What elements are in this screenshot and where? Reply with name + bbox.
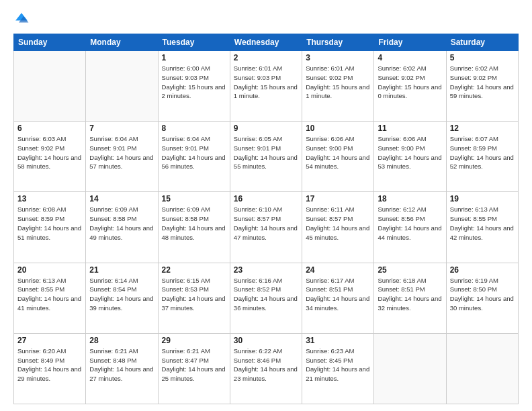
day-info: Sunrise: 6:03 AMSunset: 9:02 PMDaylight:… (17, 134, 82, 171)
calendar-day-cell: 1Sunrise: 6:00 AMSunset: 9:03 PMDaylight… (158, 51, 230, 122)
calendar-day-cell (374, 333, 446, 404)
calendar-day-cell (14, 51, 86, 122)
day-info: Sunrise: 6:15 AMSunset: 8:53 PMDaylight:… (162, 276, 226, 313)
day-number: 13 (17, 194, 82, 203)
day-number: 3 (306, 53, 370, 62)
day-info: Sunrise: 6:01 AMSunset: 9:02 PMDaylight:… (306, 64, 370, 101)
weekday-header: Monday (86, 34, 158, 51)
calendar-day-cell: 10Sunrise: 6:06 AMSunset: 9:00 PMDayligh… (302, 122, 374, 192)
day-info: Sunrise: 6:01 AMSunset: 9:03 PMDaylight:… (234, 64, 298, 101)
day-info: Sunrise: 6:12 AMSunset: 8:56 PMDaylight:… (378, 205, 442, 242)
day-info: Sunrise: 6:18 AMSunset: 8:51 PMDaylight:… (378, 276, 442, 313)
calendar-week-row: 1Sunrise: 6:00 AMSunset: 9:03 PMDaylight… (14, 51, 519, 122)
calendar-week-row: 20Sunrise: 6:13 AMSunset: 8:55 PMDayligh… (14, 263, 519, 333)
logo-icon (13, 11, 30, 27)
calendar-day-cell: 15Sunrise: 6:09 AMSunset: 8:58 PMDayligh… (158, 192, 230, 263)
day-number: 11 (378, 124, 442, 133)
calendar-day-cell: 7Sunrise: 6:04 AMSunset: 9:01 PMDaylight… (86, 122, 158, 192)
day-number: 2 (234, 53, 298, 62)
day-info: Sunrise: 6:09 AMSunset: 8:58 PMDaylight:… (162, 205, 226, 242)
day-number: 20 (17, 265, 82, 275)
day-info: Sunrise: 6:23 AMSunset: 8:45 PMDaylight:… (306, 347, 370, 383)
calendar-week-row: 6Sunrise: 6:03 AMSunset: 9:02 PMDaylight… (14, 122, 519, 192)
calendar-day-cell: 8Sunrise: 6:04 AMSunset: 9:01 PMDaylight… (158, 122, 230, 192)
calendar-day-cell (446, 333, 518, 404)
logo (13, 11, 32, 27)
weekday-header: Friday (374, 34, 446, 51)
day-number: 9 (234, 124, 298, 133)
calendar-week-row: 13Sunrise: 6:08 AMSunset: 8:59 PMDayligh… (14, 192, 519, 263)
weekday-header: Thursday (302, 34, 374, 51)
calendar-day-cell: 18Sunrise: 6:12 AMSunset: 8:56 PMDayligh… (374, 192, 446, 263)
calendar-day-cell: 31Sunrise: 6:23 AMSunset: 8:45 PMDayligh… (302, 333, 374, 404)
day-info: Sunrise: 6:16 AMSunset: 8:52 PMDaylight:… (234, 276, 298, 313)
calendar-day-cell: 30Sunrise: 6:22 AMSunset: 8:46 PMDayligh… (230, 333, 302, 404)
day-number: 12 (450, 124, 515, 133)
day-info: Sunrise: 6:08 AMSunset: 8:59 PMDaylight:… (17, 205, 82, 242)
weekday-header: Sunday (14, 34, 86, 51)
day-number: 22 (162, 265, 226, 275)
day-info: Sunrise: 6:09 AMSunset: 8:58 PMDaylight:… (89, 205, 154, 242)
day-info: Sunrise: 6:20 AMSunset: 8:49 PMDaylight:… (17, 347, 82, 383)
day-number: 1 (162, 53, 226, 62)
weekday-header: Saturday (446, 34, 518, 51)
calendar-day-cell: 14Sunrise: 6:09 AMSunset: 8:58 PMDayligh… (86, 192, 158, 263)
calendar-day-cell: 6Sunrise: 6:03 AMSunset: 9:02 PMDaylight… (14, 122, 86, 192)
day-info: Sunrise: 6:11 AMSunset: 8:57 PMDaylight:… (306, 205, 370, 242)
day-info: Sunrise: 6:13 AMSunset: 8:55 PMDaylight:… (17, 276, 82, 313)
day-number: 25 (378, 265, 442, 275)
calendar-day-cell (86, 51, 158, 122)
calendar-day-cell: 19Sunrise: 6:13 AMSunset: 8:55 PMDayligh… (446, 192, 518, 263)
day-number: 29 (162, 336, 226, 345)
day-number: 31 (306, 336, 370, 345)
day-info: Sunrise: 6:13 AMSunset: 8:55 PMDaylight:… (450, 205, 515, 242)
calendar-day-cell: 4Sunrise: 6:02 AMSunset: 9:02 PMDaylight… (374, 51, 446, 122)
calendar-day-cell: 2Sunrise: 6:01 AMSunset: 9:03 PMDaylight… (230, 51, 302, 122)
calendar-day-cell: 3Sunrise: 6:01 AMSunset: 9:02 PMDaylight… (302, 51, 374, 122)
day-info: Sunrise: 6:14 AMSunset: 8:54 PMDaylight:… (89, 276, 154, 313)
day-info: Sunrise: 6:21 AMSunset: 8:47 PMDaylight:… (162, 347, 226, 383)
day-number: 10 (306, 124, 370, 133)
day-number: 24 (306, 265, 370, 275)
calendar-day-cell: 17Sunrise: 6:11 AMSunset: 8:57 PMDayligh… (302, 192, 374, 263)
day-number: 26 (450, 265, 515, 275)
day-info: Sunrise: 6:19 AMSunset: 8:50 PMDaylight:… (450, 276, 515, 313)
header (13, 11, 519, 27)
day-info: Sunrise: 6:17 AMSunset: 8:51 PMDaylight:… (306, 276, 370, 313)
day-info: Sunrise: 6:02 AMSunset: 9:02 PMDaylight:… (378, 64, 442, 101)
calendar-day-cell: 9Sunrise: 6:05 AMSunset: 9:01 PMDaylight… (230, 122, 302, 192)
weekday-header: Wednesday (230, 34, 302, 51)
day-info: Sunrise: 6:04 AMSunset: 9:01 PMDaylight:… (162, 134, 226, 171)
day-info: Sunrise: 6:04 AMSunset: 9:01 PMDaylight:… (89, 134, 154, 171)
day-number: 4 (378, 53, 442, 62)
day-number: 5 (450, 53, 515, 62)
calendar-day-cell: 16Sunrise: 6:10 AMSunset: 8:57 PMDayligh… (230, 192, 302, 263)
day-info: Sunrise: 6:05 AMSunset: 9:01 PMDaylight:… (234, 134, 298, 171)
day-number: 6 (17, 124, 82, 133)
day-info: Sunrise: 6:10 AMSunset: 8:57 PMDaylight:… (234, 205, 298, 242)
calendar-day-cell: 21Sunrise: 6:14 AMSunset: 8:54 PMDayligh… (86, 263, 158, 333)
calendar-day-cell: 23Sunrise: 6:16 AMSunset: 8:52 PMDayligh… (230, 263, 302, 333)
calendar-day-cell: 26Sunrise: 6:19 AMSunset: 8:50 PMDayligh… (446, 263, 518, 333)
day-number: 15 (162, 194, 226, 203)
day-info: Sunrise: 6:06 AMSunset: 9:00 PMDaylight:… (306, 134, 370, 171)
day-number: 23 (234, 265, 298, 275)
page: SundayMondayTuesdayWednesdayThursdayFrid… (0, 0, 532, 411)
calendar-day-cell: 28Sunrise: 6:21 AMSunset: 8:48 PMDayligh… (86, 333, 158, 404)
calendar-week-row: 27Sunrise: 6:20 AMSunset: 8:49 PMDayligh… (14, 333, 519, 404)
calendar-day-cell: 27Sunrise: 6:20 AMSunset: 8:49 PMDayligh… (14, 333, 86, 404)
calendar-day-cell: 29Sunrise: 6:21 AMSunset: 8:47 PMDayligh… (158, 333, 230, 404)
calendar-day-cell: 13Sunrise: 6:08 AMSunset: 8:59 PMDayligh… (14, 192, 86, 263)
day-number: 18 (378, 194, 442, 203)
calendar-day-cell: 12Sunrise: 6:07 AMSunset: 8:59 PMDayligh… (446, 122, 518, 192)
day-info: Sunrise: 6:00 AMSunset: 9:03 PMDaylight:… (162, 64, 226, 101)
day-info: Sunrise: 6:02 AMSunset: 9:02 PMDaylight:… (450, 64, 515, 101)
day-number: 8 (162, 124, 226, 133)
day-number: 7 (89, 124, 154, 133)
day-info: Sunrise: 6:21 AMSunset: 8:48 PMDaylight:… (89, 347, 154, 383)
weekday-header-row: SundayMondayTuesdayWednesdayThursdayFrid… (14, 34, 519, 51)
day-number: 17 (306, 194, 370, 203)
day-info: Sunrise: 6:06 AMSunset: 9:00 PMDaylight:… (378, 134, 442, 171)
calendar-day-cell: 22Sunrise: 6:15 AMSunset: 8:53 PMDayligh… (158, 263, 230, 333)
calendar-table: SundayMondayTuesdayWednesdayThursdayFrid… (13, 34, 519, 404)
